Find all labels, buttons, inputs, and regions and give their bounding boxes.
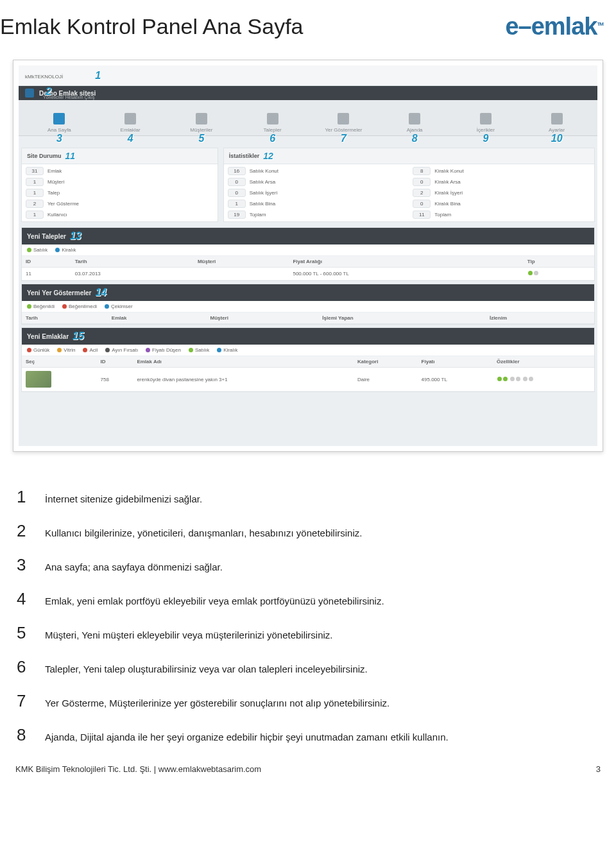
callout-1: 1 <box>95 70 101 81</box>
kmk-logo: kMkTEKNOLOJİ <box>25 71 63 80</box>
desc-item: 8Ajanda, Dijital ajanda ile her şeyi org… <box>13 725 603 745</box>
home-icon <box>53 113 65 124</box>
page-footer: KMK Bilişim Teknolojileri Tic. Ltd. Şti.… <box>13 764 603 780</box>
callout-11: 11 <box>65 151 76 161</box>
stat-row: 1Müşteri <box>22 176 218 187</box>
table-emlaklar: Seç ID Emlak Adı Kategori Fiyatı Özellik… <box>22 356 594 391</box>
desc-item: 2Kullanıcı bilgilerinize, yöneticileri, … <box>13 521 603 541</box>
desc-item: 4Emlak, yeni emlak portföyü ekleyebilir … <box>13 589 603 609</box>
screenshot-frame: kMkTEKNOLOJİ 1 Demo Emlak sitesi 2 Yönet… <box>13 60 603 452</box>
table-talepler: ID Tarih Müşteri Fiyat Aralığı Tip 11 03… <box>22 256 594 280</box>
panel-yeni-emlaklar: Yeni Emlaklar15 Günlük Vitrin Acil Ayın … <box>21 327 595 392</box>
home-icon[interactable] <box>25 89 34 98</box>
page-title: Emlak Kontrol Panel Ana Sayfa <box>0 14 304 39</box>
globe-icon <box>338 113 349 124</box>
legend-kiralik: Kiralık <box>55 247 76 253</box>
nav-ayarlar[interactable]: Ayarlar10 <box>521 113 592 135</box>
desc-item: 1İnternet sitenize gidebilmenizi sağlar. <box>13 487 603 507</box>
stat-row: 31Emlak <box>22 166 218 176</box>
callout-13: 13 <box>70 230 81 242</box>
panel-yeni-yer: Yeni Yer Göstermeler14 Beğenildi Beğenil… <box>21 284 595 325</box>
callout-14: 14 <box>95 287 107 298</box>
stat-row: 1Talep <box>22 187 218 198</box>
legend-satilik: Satılık <box>27 247 47 253</box>
brand-logo: e–emlakTM <box>505 13 603 40</box>
callout-15: 15 <box>73 330 84 342</box>
gear-icon <box>551 113 563 124</box>
users-icon <box>196 113 207 124</box>
nav-icerikler[interactable]: İçerikler9 <box>450 113 522 135</box>
clipboard-icon <box>267 113 278 124</box>
site-title-bar: Demo Emlak sitesi 2 Yöneticiler Hesabım … <box>19 86 597 100</box>
desc-item: 3Ana sayfa; ana sayfaya dönmenizi sağlar… <box>13 555 603 575</box>
nav-anasayfa[interactable]: Ana Sayfa3 <box>24 113 95 135</box>
table-row[interactable]: 11 03.07.2013 500.000 TL - 600.000 TL <box>22 268 594 280</box>
table-row[interactable]: 758 erenköyde divan pastanesine yakın 3+… <box>22 368 594 391</box>
nav-yer[interactable]: Yer Göstermeler7 <box>308 113 379 135</box>
page-number: 3 <box>596 764 601 774</box>
description-list: 1İnternet sitenize gidebilmenizi sağlar.… <box>13 487 603 745</box>
panel-istatistikler: İstatistikler12 16Satılık Konut 0Satılık… <box>223 148 595 222</box>
document-icon <box>480 113 492 124</box>
nav-talepler[interactable]: Talepler6 <box>237 113 308 135</box>
callout-12: 12 <box>263 151 273 161</box>
nav-ajanda[interactable]: Ajanda8 <box>379 113 450 135</box>
nav-musteriler[interactable]: Müşteriler5 <box>166 113 237 135</box>
calendar-icon <box>409 113 420 124</box>
stat-row: 2Yer Gösterme <box>22 198 218 209</box>
buildings-icon <box>124 113 136 124</box>
table-yer: Tarih Emlak Müşteri İşlemi Yapan İzlenim <box>22 313 594 324</box>
property-thumb <box>26 371 51 388</box>
app-topbar: kMkTEKNOLOJİ 1 <box>19 65 597 86</box>
desc-item: 7Yer Gösterme, Müşterilerinize yer göste… <box>13 691 603 711</box>
panel-yeni-talepler: Yeni Talepler13 Satılık Kiralık ID Tarih… <box>21 227 595 281</box>
main-nav: Ana Sayfa3 Emlaklar4 Müşteriler5 Taleple… <box>19 100 597 136</box>
stat-row: 1Kullanıcı <box>22 209 218 220</box>
footer-text: KMK Bilişim Teknolojileri Tic. Ltd. Şti.… <box>15 764 261 774</box>
panel-site-durumu: Site Durumu11 31Emlak 1Müşteri 1Talep 2Y… <box>21 148 218 222</box>
desc-item: 5Müşteri, Yeni müşteri ekleyebilir veya … <box>13 623 603 643</box>
desc-item: 6Talepler, Yeni talep oluşturabilirsiniz… <box>13 657 603 677</box>
nav-emlaklar[interactable]: Emlaklar4 <box>95 113 166 135</box>
